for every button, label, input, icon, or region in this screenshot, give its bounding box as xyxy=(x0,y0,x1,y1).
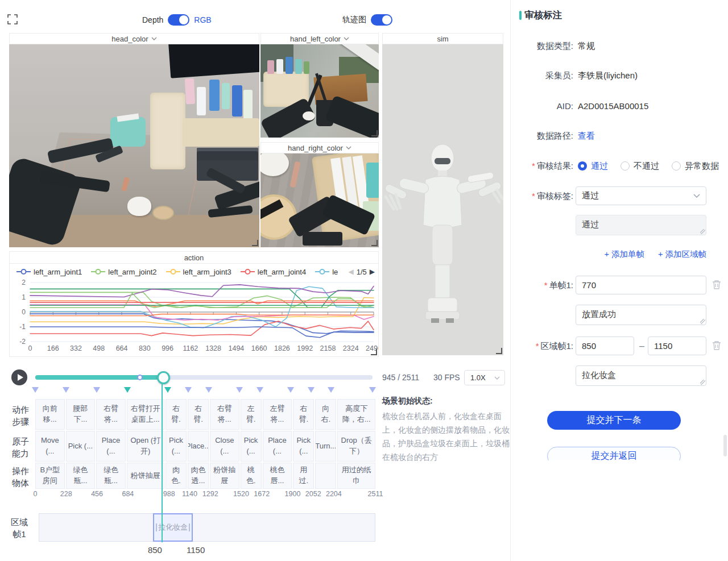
textarea-resize-grip[interactable] xyxy=(700,380,705,385)
resize-handle-icon[interactable] xyxy=(371,130,378,136)
object-cell[interactable]: 绿色瓶... xyxy=(96,463,126,489)
textarea-resize-grip[interactable] xyxy=(700,229,705,234)
timeline-marker[interactable] xyxy=(287,387,294,396)
segment-right-handle[interactable] xyxy=(189,523,190,531)
review-result-radio[interactable]: 异常数据 xyxy=(672,161,719,172)
object-cell[interactable]: 肉色透... xyxy=(188,463,209,489)
region-frame-note-textarea[interactable]: 拉化妆盒 xyxy=(576,365,706,386)
review-tag-select[interactable]: 通过 xyxy=(576,186,706,205)
resize-handle-icon[interactable] xyxy=(496,348,502,354)
segment-left-handle[interactable] xyxy=(156,523,157,531)
timeline-marker[interactable] xyxy=(164,387,171,396)
timeline-marker[interactable] xyxy=(63,387,69,396)
submit-back-button[interactable]: 提交并返回 xyxy=(547,447,681,460)
object-cell[interactable] xyxy=(315,463,336,489)
hand-left-camera-title: hand_left_color xyxy=(290,35,341,43)
playback-slider[interactable] xyxy=(35,375,373,380)
collector-label: 采集员: xyxy=(511,70,573,81)
timeline-marker[interactable] xyxy=(32,387,39,396)
action-step-cell[interactable]: 左臂将... xyxy=(263,399,292,430)
add-region-frame-button[interactable]: + 添加区域帧 xyxy=(658,249,706,260)
object-cell[interactable]: 绿色瓶... xyxy=(66,463,96,489)
atomic-skill-cell[interactable]: Pick (... xyxy=(241,431,262,462)
legend-prev-icon[interactable]: ◀ xyxy=(348,268,353,276)
atomic-skill-cell[interactable]: Place (... xyxy=(96,431,126,462)
head-camera-select[interactable]: head_color xyxy=(9,33,259,44)
region-frame-track[interactable]: 拉化妆盒 xyxy=(39,513,375,542)
trajectory-toggle[interactable] xyxy=(371,14,392,26)
timeline-marker[interactable] xyxy=(257,387,263,396)
playback-handle[interactable] xyxy=(157,371,170,384)
region-frame-segment[interactable]: 拉化妆盒 xyxy=(153,513,193,542)
action-step-cell[interactable]: 高度下降，右... xyxy=(337,399,375,430)
action-step-cell[interactable]: 右臂将... xyxy=(96,399,126,430)
region-end-input[interactable] xyxy=(648,336,706,355)
review-result-radio[interactable]: 通过 xyxy=(578,161,608,172)
action-step-cell[interactable]: 右臂. xyxy=(293,399,314,430)
region-start-input[interactable] xyxy=(576,336,634,355)
legend-next-icon[interactable]: ▶ xyxy=(370,268,375,276)
play-button[interactable] xyxy=(11,369,27,385)
atomic-skill-cell[interactable]: Move (... xyxy=(35,431,65,462)
legend-item[interactable]: left_arm_joint1 xyxy=(16,268,82,276)
legend-item[interactable]: left_arm_joint2 xyxy=(91,268,156,276)
timeline-marker[interactable] xyxy=(205,387,212,396)
fullscreen-icon[interactable] xyxy=(7,14,18,25)
atomic-skill-cell[interactable]: Place (... xyxy=(263,431,292,462)
single-frame-input[interactable] xyxy=(576,276,706,294)
single-frame-note-textarea[interactable]: 放置成功 xyxy=(576,305,706,325)
atomic-skill-cell[interactable]: Pick (... xyxy=(166,431,187,462)
atomic-skill-cell[interactable]: Place... xyxy=(188,431,209,462)
object-cell[interactable]: 桃色. xyxy=(241,463,262,489)
textarea-resize-grip[interactable] xyxy=(700,319,705,324)
timeline-marker[interactable] xyxy=(236,387,243,396)
object-cell[interactable]: 粉饼抽屉 xyxy=(210,463,239,489)
data-path-link[interactable]: 查看 xyxy=(578,131,595,142)
add-single-frame-button[interactable]: + 添加单帧 xyxy=(605,249,645,260)
atomic-skill-cell[interactable]: Open (打开) xyxy=(127,431,164,462)
action-step-cell[interactable]: 右臂. xyxy=(166,399,187,430)
atomic-skill-cell[interactable]: Turn... xyxy=(315,431,336,462)
delete-region-frame-button[interactable] xyxy=(712,340,722,352)
review-tag-note-textarea[interactable]: 通过 xyxy=(576,215,706,235)
timeline-marker[interactable] xyxy=(328,387,334,396)
resize-handle-icon[interactable] xyxy=(252,240,258,246)
legend-item[interactable]: le xyxy=(315,268,338,276)
legend-item[interactable]: left_arm_joint3 xyxy=(166,268,231,276)
object-cell[interactable]: 桃色唇... xyxy=(263,463,292,489)
cosmetics-organizer xyxy=(150,93,185,169)
object-cell[interactable]: 粉饼抽屉 xyxy=(127,463,164,489)
object-cell[interactable]: 用过的纸巾 xyxy=(337,463,375,489)
review-result-radio[interactable]: 不通过 xyxy=(621,161,659,172)
timeline-marker[interactable] xyxy=(93,387,100,396)
timeline-marker[interactable] xyxy=(308,387,315,396)
resize-handle-icon[interactable] xyxy=(371,349,377,355)
submit-next-button[interactable]: 提交并下一条 xyxy=(547,411,681,430)
atomic-skill-cell[interactable]: Pick (... xyxy=(293,431,314,462)
object-cell[interactable]: 用过. xyxy=(293,463,314,489)
hand-right-camera-select[interactable]: hand_right_color xyxy=(260,142,379,153)
action-step-cell[interactable]: 腰部下... xyxy=(66,399,96,430)
legend-item[interactable]: left_arm_joint4 xyxy=(241,268,306,276)
timeline-marker[interactable] xyxy=(369,387,376,396)
action-step-cell[interactable]: 右臂. xyxy=(188,399,209,430)
timeline-marker[interactable] xyxy=(124,387,131,396)
object-cell[interactable]: 肉色. xyxy=(166,463,187,489)
speed-select[interactable]: 1.0X xyxy=(464,370,505,385)
action-step-cell[interactable]: 右臂将... xyxy=(210,399,239,430)
action-step-cell[interactable]: 右臂打开桌面上... xyxy=(127,399,164,430)
atomic-skill-cell[interactable]: Pick (... xyxy=(66,431,96,462)
hand-left-camera-select[interactable]: hand_left_color xyxy=(260,33,379,44)
object-cell[interactable]: B户型房间 xyxy=(35,463,65,489)
single-frame-dot[interactable] xyxy=(137,375,143,380)
resize-handle-icon[interactable] xyxy=(371,240,378,246)
panel-scrollbar[interactable] xyxy=(723,435,727,456)
action-step-cell[interactable]: 向前移... xyxy=(35,399,65,430)
atomic-skill-cell[interactable]: Drop（丢下） xyxy=(337,431,375,462)
action-step-cell[interactable]: 左臂. xyxy=(241,399,262,430)
atomic-skill-cell[interactable]: Close (... xyxy=(210,431,239,462)
delete-single-frame-button[interactable] xyxy=(712,280,722,291)
timeline-marker[interactable] xyxy=(185,387,192,396)
depth-rgb-toggle[interactable] xyxy=(168,14,189,26)
action-step-cell[interactable]: 向右. xyxy=(315,399,336,430)
